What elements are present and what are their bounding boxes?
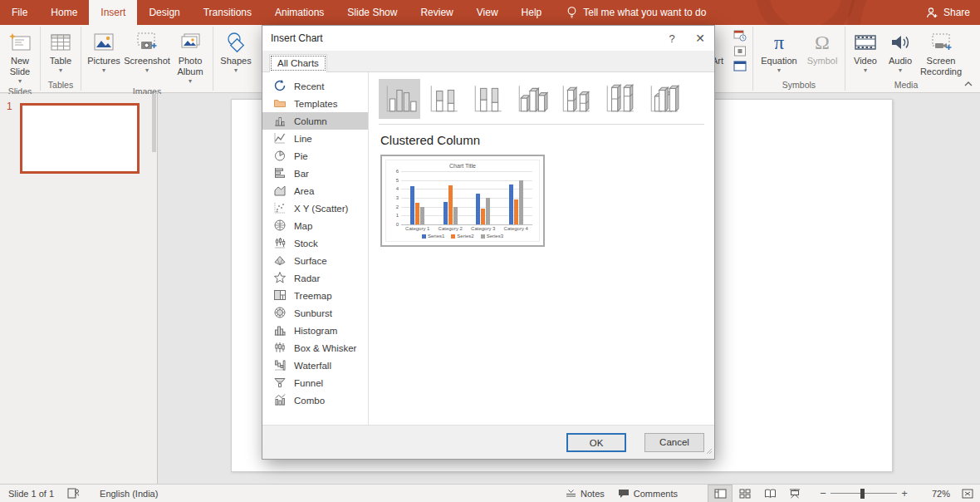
tab-home[interactable]: Home [39, 0, 89, 25]
bar-group [467, 171, 500, 224]
category-label: Waterfall [294, 361, 331, 371]
category-label: Radar [294, 273, 320, 283]
lightbulb-icon [566, 6, 577, 19]
tab-animations[interactable]: Animations [263, 0, 336, 25]
tab-slide-show[interactable]: Slide Show [336, 0, 409, 25]
new-slide-button[interactable]: New Slide ▾ [2, 27, 37, 85]
y-tick-label: 4 [396, 186, 399, 191]
bar-series2 [481, 209, 485, 224]
category-stock[interactable]: Stock [262, 234, 368, 252]
category-radar[interactable]: Radar [262, 269, 368, 287]
screenshot-label: Screenshot [124, 56, 170, 66]
equation-button[interactable]: π Equation ▾ [756, 27, 802, 78]
normal-view-icon [714, 489, 727, 499]
category-line[interactable]: Line [262, 130, 368, 147]
zoom-out-button[interactable]: − [816, 487, 831, 500]
slide-show-button[interactable] [782, 485, 807, 502]
audio-button[interactable]: Audio ▾ [883, 27, 918, 78]
category-x-y-scatter-[interactable]: X Y (Scatter) [262, 199, 368, 217]
category-map[interactable]: Map [262, 217, 368, 234]
category-recent[interactable]: Recent [262, 77, 368, 95]
language-button[interactable]: English (India) [93, 485, 164, 502]
category-treemap[interactable]: Treemap [262, 287, 368, 304]
legend-label: Series1 [428, 234, 444, 239]
tab-file[interactable]: File [0, 0, 39, 25]
comments-button[interactable]: Comments [611, 485, 684, 502]
bar-series2 [415, 203, 419, 224]
category-histogram[interactable]: Histogram [262, 322, 368, 339]
subtype-3-d-stacked-column[interactable] [555, 79, 596, 119]
subtype-stacked-column[interactable] [423, 79, 464, 119]
y-tick-label: 2 [396, 204, 399, 209]
category-pie[interactable]: Pie [262, 147, 368, 165]
dialog-title-bar[interactable]: Insert Chart [262, 26, 714, 51]
tab-all-charts[interactable]: All Charts [269, 54, 327, 72]
tab-design[interactable]: Design [137, 0, 191, 25]
category-funnel[interactable]: Funnel [262, 374, 368, 391]
dropdown-icon: ▾ [189, 78, 192, 85]
tab-review[interactable]: Review [409, 0, 464, 25]
tab-insert[interactable]: Insert [89, 0, 137, 25]
subtype-3-d-column[interactable] [643, 79, 684, 119]
category-surface[interactable]: Surface [262, 252, 368, 269]
cancel-button[interactable]: Cancel [644, 433, 704, 452]
category-templates[interactable]: Templates [262, 95, 368, 112]
slide-thumbnail[interactable] [20, 103, 140, 174]
subtype-3-d-100-stacked-column[interactable] [599, 79, 640, 119]
accessibility-button[interactable] [61, 485, 86, 502]
box-whisker-icon [273, 341, 287, 356]
screenshot-button[interactable]: Screenshot ▾ [124, 27, 170, 85]
subtype-3-d-clustered-column[interactable] [511, 79, 552, 119]
pictures-button[interactable]: Pictures ▾ [84, 27, 124, 85]
dialog-tab-strip: All Charts [262, 51, 714, 72]
table-button[interactable]: Table ▾ [43, 27, 78, 78]
category-waterfall[interactable]: Waterfall [262, 357, 368, 374]
zoom-level[interactable]: 72% [919, 489, 950, 499]
dialog-help-button[interactable]: ? [658, 26, 686, 51]
panel-scrollbar[interactable] [152, 94, 156, 484]
dropdown-icon: ▾ [864, 67, 867, 74]
category-column[interactable]: Column [262, 112, 368, 130]
category-sunburst[interactable]: Sunburst [262, 304, 368, 322]
templates-icon [273, 96, 287, 111]
resize-grip[interactable] [706, 445, 713, 457]
category-box-whisker[interactable]: Box & Whisker [262, 339, 368, 357]
tell-me-search[interactable]: Tell me what you want to do [566, 6, 706, 19]
share-button[interactable]: Share [926, 7, 970, 18]
screen-recording-label: Screen Recording [918, 56, 964, 77]
subtype-100-stacked-column[interactable] [467, 79, 508, 119]
photo-album-button[interactable]: Photo Album ▾ [170, 27, 210, 85]
chart-preview[interactable]: Chart Title 6543210 Category 1Category 2… [380, 155, 545, 247]
reading-view-button[interactable] [757, 485, 782, 502]
symbol-button[interactable]: Ω Symbol [802, 27, 842, 78]
ok-button[interactable]: OK [566, 433, 626, 452]
date-time-button[interactable] [733, 30, 747, 43]
collapse-ribbon-button[interactable] [963, 79, 973, 89]
category-area[interactable]: Area [262, 182, 368, 199]
zoom-slider[interactable] [831, 489, 897, 499]
tab-transitions[interactable]: Transitions [192, 0, 263, 25]
video-button[interactable]: Video ▾ [848, 27, 883, 78]
header-footer-button[interactable] [733, 61, 747, 73]
fit-slide-icon [962, 489, 973, 499]
slide-indicator: Slide 1 of 1 [2, 485, 61, 502]
normal-view-button[interactable] [708, 485, 733, 502]
slide-sorter-view-button[interactable] [733, 485, 757, 502]
notes-button[interactable]: Notes [559, 485, 611, 502]
slide-number-button[interactable] [733, 46, 747, 58]
category-combo[interactable]: Combo [262, 391, 368, 409]
zoom-in-button[interactable]: + [897, 487, 912, 500]
fit-slide-button[interactable] [955, 485, 980, 502]
subtype-clustered-column[interactable] [379, 79, 420, 119]
zoom-control: − + [816, 487, 912, 500]
slides-group: New Slide ▾ Slides [0, 25, 40, 92]
shapes-button[interactable]: Shapes ▾ [216, 27, 256, 92]
tab-view[interactable]: View [465, 0, 510, 25]
bar-icon [273, 166, 287, 181]
tab-help[interactable]: Help [510, 0, 554, 25]
legend-label: Series2 [457, 234, 473, 239]
category-bar[interactable]: Bar [262, 165, 368, 182]
screen-recording-button[interactable]: Screen Recording [918, 27, 964, 78]
pie-icon [273, 149, 287, 164]
dialog-close-button[interactable]: ✕ [686, 26, 714, 51]
